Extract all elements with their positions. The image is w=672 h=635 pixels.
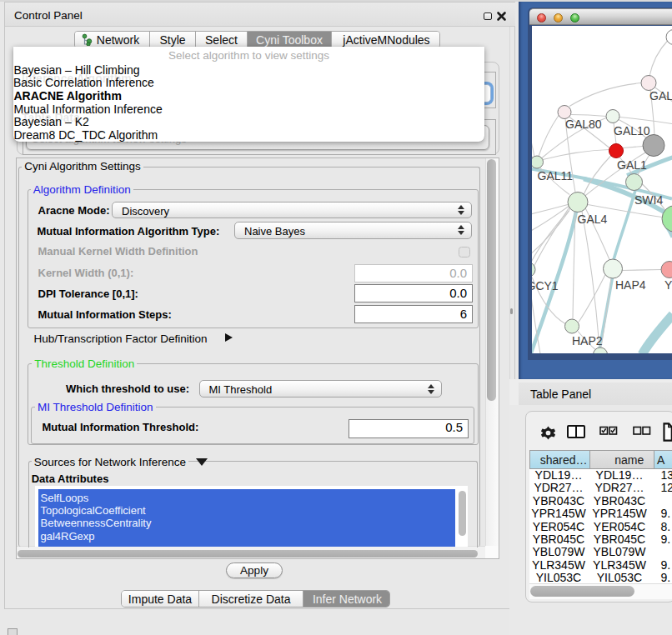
- svg-text:GAL4: GAL4: [578, 212, 608, 225]
- svg-text:GAL10: GAL10: [614, 124, 650, 138]
- svg-text:GAL11: GAL11: [538, 169, 574, 182]
- svg-text:GAL80: GAL80: [565, 118, 602, 131]
- svg-text:Y: Y: [664, 278, 672, 292]
- svg-text:HAP2: HAP2: [572, 333, 603, 347]
- svg-text:GCY1: GCY1: [532, 279, 559, 292]
- svg-text:SWI4: SWI4: [634, 192, 663, 206]
- svg-text:GAL: GAL: [649, 88, 672, 102]
- svg-text:HAP4: HAP4: [615, 278, 646, 292]
- svg-text:GAL1: GAL1: [617, 158, 647, 171]
